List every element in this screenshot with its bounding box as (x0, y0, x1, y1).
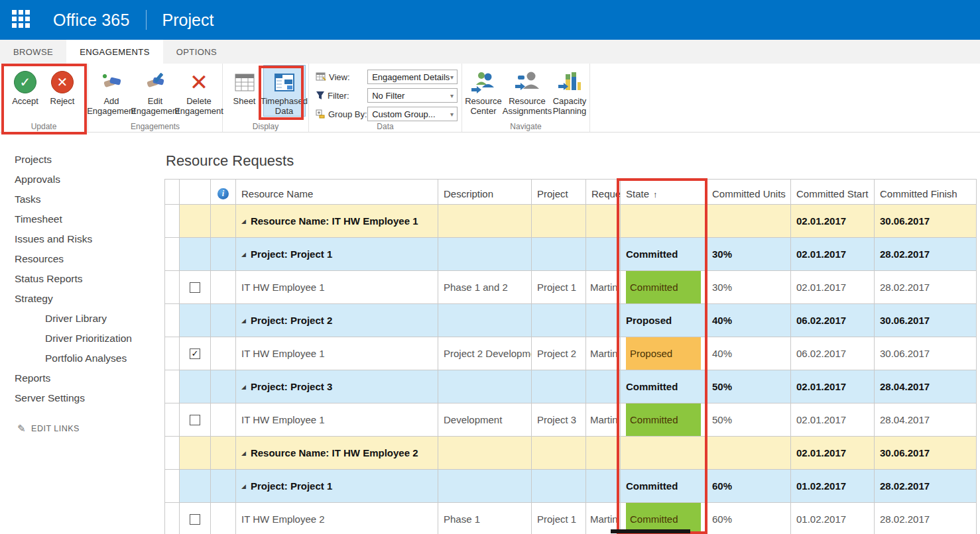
sidebar-item-portfolio-analyses[interactable]: Portfolio Analyses (0, 348, 164, 368)
column-header-description[interactable]: Description (438, 184, 532, 205)
state-cell: Committed (621, 271, 707, 304)
delete-engagement-button[interactable]: ✕ Delete Engagement (177, 65, 221, 117)
engagement-row[interactable]: IT HW Employee 1Phase 1 and 2Project 1Ma… (165, 271, 977, 304)
column-header-committed-units[interactable]: Committed Units (707, 184, 791, 205)
committed-start-cell: 02.01.2017 (791, 271, 875, 304)
column-header-requester[interactable]: Requester (586, 184, 621, 205)
project-cell (532, 470, 586, 503)
project-cell: Project 1 (532, 503, 586, 534)
row-gutter-cell (165, 503, 180, 534)
resource-group-row[interactable]: ◢Resource Name: IT HW Employee 102.01.20… (165, 205, 977, 238)
resource-assignments-button[interactable]: Resource Assignments (504, 65, 550, 117)
sidebar-item-status-reports[interactable]: Status Reports (0, 269, 164, 289)
filter-dropdown[interactable]: No Filter ▾ (367, 88, 458, 103)
committed-start-cell: 02.01.2017 (791, 238, 875, 271)
group-label-cell: ◢Project: Project 1 (236, 470, 438, 503)
row-gutter-cell (165, 205, 180, 238)
info-cell (211, 470, 236, 503)
description-cell (438, 205, 532, 238)
column-header-blank[interactable] (165, 184, 180, 205)
column-header-blank[interactable] (180, 184, 211, 205)
resource-group-row[interactable]: ◢Resource Name: IT HW Employee 202.01.20… (165, 437, 977, 470)
project-group-row[interactable]: ◢Project: Project 2Proposed40%06.02.2017… (165, 304, 977, 337)
office-365-brand[interactable]: Office 365 (53, 11, 130, 30)
sidebar-item-timesheet[interactable]: Timesheet (0, 209, 164, 229)
row-checkbox[interactable] (190, 415, 200, 425)
add-engagement-handshake-icon (99, 69, 124, 95)
sidebar-item-issues-and-risks[interactable]: Issues and Risks (0, 229, 164, 249)
accept-button[interactable]: ✓ Accept (7, 65, 44, 107)
tab-engagements[interactable]: ENGAGEMENTS (66, 40, 163, 64)
group-label-engagements: Engagements (88, 122, 222, 131)
committed-finish-cell: 28.02.2017 (875, 271, 977, 304)
sidebar-item-resources[interactable]: Resources (0, 249, 164, 269)
sidebar-item-server-settings[interactable]: Server Settings (0, 388, 164, 408)
engagement-row[interactable]: IT HW Employee 2Phase 1Project 1Martin C… (165, 503, 977, 534)
row-gutter-cell (165, 437, 180, 470)
committed-units-cell: 30% (707, 238, 791, 271)
column-header-resource-name[interactable]: Resource Name (236, 184, 438, 205)
sidebar-item-reports[interactable]: Reports (0, 368, 164, 388)
column-header-info[interactable]: i (211, 184, 236, 205)
edit-engagement-button[interactable]: Edit Engagement (133, 65, 177, 117)
tab-browse[interactable]: BROWSE (0, 40, 66, 64)
row-checkbox-checked[interactable]: ✓ (190, 348, 200, 359)
sheet-grid-icon (235, 69, 255, 95)
collapse-triangle-icon[interactable]: ◢ (241, 317, 246, 324)
app-launcher-icon[interactable] (12, 10, 32, 30)
column-header-committed-finish[interactable]: Committed Finish (875, 184, 977, 205)
row-checkbox[interactable] (190, 282, 200, 293)
tab-options[interactable]: OPTIONS (163, 40, 230, 64)
reject-button[interactable]: ✕ Reject (44, 65, 81, 107)
column-header-state[interactable]: State↑ (621, 184, 707, 205)
state-cell (621, 205, 707, 238)
engagement-row[interactable]: IT HW Employee 1DevelopmentProject 3Mart… (165, 403, 977, 437)
timephased-data-button[interactable]: Timephased Data (263, 65, 306, 117)
column-header-committed-start[interactable]: Committed Start (791, 184, 875, 205)
info-cell (211, 370, 236, 403)
state-cell: Committed (621, 370, 707, 403)
state-badge-committed: Committed (626, 503, 701, 534)
engagement-row[interactable]: ✓IT HW Employee 1Project 2 DevelopmentPr… (165, 337, 977, 370)
group-by-icon (316, 109, 326, 119)
project-cell (532, 437, 586, 470)
sidebar-item-tasks[interactable]: Tasks (0, 189, 164, 209)
collapse-triangle-icon[interactable]: ◢ (241, 384, 246, 390)
page-title: Resource Requests (166, 152, 980, 170)
project-group-row[interactable]: ◢Project: Project 3Committed50%02.01.201… (165, 370, 977, 403)
sheet-button[interactable]: Sheet (226, 65, 263, 107)
sidebar-item-strategy[interactable]: Strategy (0, 289, 164, 309)
resource-center-button[interactable]: Resource Center (463, 65, 504, 117)
sidebar-item-driver-prioritization[interactable]: Driver Prioritization (0, 329, 164, 348)
committed-start-cell: 06.02.2017 (791, 304, 875, 337)
committed-start-cell: 01.02.2017 (791, 503, 875, 534)
description-cell: Phase 1 and 2 (438, 271, 532, 304)
description-cell (438, 370, 532, 403)
add-engagement-button[interactable]: Add Engagement (90, 65, 133, 117)
suite-bar-divider (146, 10, 147, 30)
edit-links-button[interactable]: ✎ EDIT LINKS (17, 423, 164, 435)
project-group-row[interactable]: ◢Project: Project 1Committed30%02.01.201… (165, 238, 977, 271)
collapse-triangle-icon[interactable]: ◢ (241, 218, 246, 225)
sidebar-item-projects[interactable]: Projects (0, 150, 164, 170)
collapse-triangle-icon[interactable]: ◢ (241, 450, 246, 456)
project-cell: Project 2 (532, 337, 586, 370)
column-header-project[interactable]: Project (532, 184, 586, 205)
group-label-cell: ◢Project: Project 3 (236, 370, 438, 403)
capacity-planning-button[interactable]: Capacity Planning (550, 65, 589, 117)
checkbox-cell (180, 470, 211, 503)
row-checkbox[interactable] (190, 514, 200, 525)
ribbon-group-engagements: Add Engagement Edit Engagement ✕ Delete … (88, 64, 223, 132)
sidebar-item-approvals[interactable]: Approvals (0, 170, 164, 189)
collapse-triangle-icon[interactable]: ◢ (241, 251, 246, 258)
group-label-display: Display (223, 122, 308, 131)
groupby-dropdown[interactable]: Custom Group... ▾ (367, 107, 458, 121)
sidebar-item-driver-library[interactable]: Driver Library (0, 309, 164, 329)
ribbon: ✓ Accept ✕ Reject Update Add Engagement (0, 64, 980, 133)
project-group-row[interactable]: ◢Project: Project 1Committed60%01.02.201… (165, 470, 977, 503)
collapse-triangle-icon[interactable]: ◢ (241, 483, 246, 490)
committed-finish-cell: 28.02.2017 (875, 238, 977, 271)
view-dropdown[interactable]: Engagement Details ▾ (367, 70, 458, 84)
state-cell: Committed (621, 470, 707, 503)
checkbox-cell (180, 437, 211, 470)
